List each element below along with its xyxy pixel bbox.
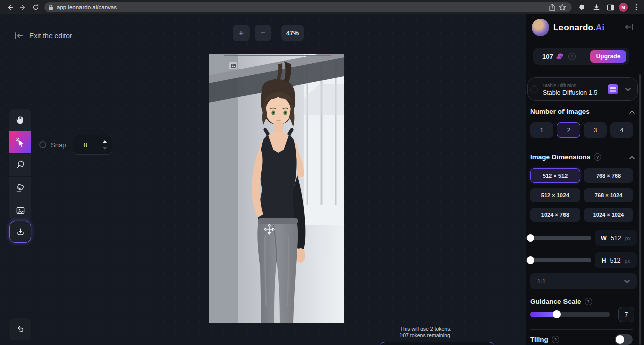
dim-option-1024x768[interactable]: 1024 × 768 <box>530 208 580 222</box>
snap-label: Snap <box>51 141 66 149</box>
selection-image-chip-icon[interactable] <box>229 62 237 69</box>
height-label: H <box>602 257 606 264</box>
browser-back-icon[interactable] <box>3 2 16 13</box>
guidance-scale-slider[interactable] <box>530 312 610 317</box>
browser-actions: M <box>577 0 642 14</box>
download-tool[interactable] <box>9 221 31 243</box>
exit-editor-label: Exit the editor <box>29 32 72 40</box>
model-chevron-down-icon <box>625 88 631 91</box>
guidance-scale-knob[interactable] <box>553 310 561 318</box>
exit-editor-button[interactable]: Exit the editor <box>14 32 72 40</box>
tokens-help-icon[interactable]: ? <box>568 53 576 60</box>
width-slider[interactable] <box>526 236 591 240</box>
selection-box[interactable] <box>224 55 331 162</box>
model-ring-icon <box>530 85 538 93</box>
model-platform-label: Stable Diffusion <box>543 82 597 88</box>
image-dimensions-options: 512 × 512 768 × 768 512 × 1024 768 × 102… <box>530 168 637 222</box>
tiling-label: Tiling <box>530 336 548 343</box>
browser-download-icon[interactable] <box>591 2 602 13</box>
height-slider[interactable] <box>526 258 591 262</box>
share-icon[interactable] <box>547 3 557 12</box>
num-images-option-3[interactable]: 3 <box>584 122 607 138</box>
zoom-in-button[interactable]: + <box>233 25 250 41</box>
width-label: W <box>601 235 607 242</box>
tiling-title: Tiling ? <box>530 336 559 343</box>
num-images-option-4[interactable]: 4 <box>610 122 633 138</box>
exit-arrow-icon <box>14 32 24 40</box>
guidance-scale-title: Guidance Scale ? <box>530 298 592 305</box>
undo-button[interactable] <box>9 318 31 340</box>
tool-palette <box>9 109 31 222</box>
aspect-ratio-value: 1:1 <box>537 278 624 285</box>
browser-menu-dots-icon[interactable] <box>631 2 642 13</box>
snap-stepper <box>102 135 107 154</box>
browser-forward-icon[interactable] <box>16 2 29 13</box>
dim-option-1024x1024[interactable]: 1024 × 1024 <box>584 208 633 222</box>
browser-url-bar[interactable]: app.leonardo.ai/canvas <box>44 2 572 12</box>
select-tool[interactable] <box>9 131 31 153</box>
image-tool[interactable] <box>9 199 31 221</box>
width-value-box: W 512 px <box>595 230 637 246</box>
upgrade-button[interactable]: Upgrade <box>590 50 626 63</box>
token-usage-line1: This will use 2 tokens. <box>360 326 491 332</box>
height-slider-knob[interactable] <box>527 256 534 264</box>
tiling-toggle[interactable] <box>615 334 633 345</box>
snap-increment-icon[interactable] <box>102 140 107 143</box>
sidebar-scrollbar[interactable] <box>639 74 641 345</box>
dim-option-512x1024[interactable]: 512 × 1024 <box>530 188 580 202</box>
model-texts: Stable Diffusion Stable Diffusion 1.5 <box>543 82 597 96</box>
snap-value-input[interactable]: 8 <box>73 135 112 155</box>
number-of-images-title: Number of Images <box>530 108 590 115</box>
aspect-ratio-select[interactable]: 1:1 <box>530 273 637 289</box>
model-thumbnail-icon <box>608 84 618 94</box>
image-dimensions-label: Image Dimensions <box>530 153 590 161</box>
snap-decrement-icon[interactable] <box>102 147 107 150</box>
move-cursor-icon <box>263 223 275 235</box>
snap-toggle[interactable] <box>39 141 46 148</box>
sidebar-divider <box>530 329 633 330</box>
tiling-help-icon[interactable]: ? <box>552 336 559 343</box>
extensions-puzzle-icon[interactable] <box>577 2 588 13</box>
side-panel-icon[interactable] <box>605 2 616 13</box>
lock-icon <box>48 4 53 10</box>
zoom-out-button[interactable]: − <box>255 25 271 41</box>
dim-option-512x512[interactable]: 512 × 512 <box>530 168 580 183</box>
dim-option-768x768[interactable]: 768 × 768 <box>584 168 633 183</box>
brand-title: Leonardo.Ai <box>553 23 604 33</box>
number-of-images-collapse-icon[interactable] <box>629 110 635 114</box>
browser-profile-avatar[interactable]: M <box>619 3 628 12</box>
url-text: app.leonardo.ai/canvas <box>57 4 547 10</box>
num-images-option-2[interactable]: 2 <box>557 122 580 138</box>
browser-chrome: app.leonardo.ai/canvas M <box>0 0 644 14</box>
model-name: Stable Diffusion 1.5 <box>543 89 597 96</box>
width-slider-knob[interactable] <box>527 234 534 242</box>
generation-sidebar: Leonardo.Ai 107 ? Upgrade Stable Diffusi… <box>526 14 644 345</box>
brand-ai-text: Ai <box>596 23 604 32</box>
tiling-toggle-knob <box>616 335 624 344</box>
guidance-scale-label: Guidance Scale <box>530 298 581 305</box>
canvas-workspace[interactable]: Exit the editor + − 47% <box>0 14 526 345</box>
sketch-tool[interactable] <box>9 154 31 176</box>
prompt-bar[interactable] <box>378 342 496 345</box>
coins-icon <box>556 53 564 60</box>
dim-option-768x1024[interactable]: 768 × 1024 <box>584 188 633 202</box>
guidance-scale-help-icon[interactable]: ? <box>585 298 592 305</box>
token-usage-line2: 107 tokens remaining. <box>360 332 491 339</box>
browser-refresh-icon[interactable] <box>29 2 42 13</box>
snap-value: 8 <box>83 141 87 149</box>
token-usage-note: This will use 2 tokens. 107 tokens remai… <box>360 326 491 339</box>
screen: app.leonardo.ai/canvas M <box>0 0 644 345</box>
model-select[interactable]: Stable Diffusion Stable Diffusion 1.5 <box>527 77 638 101</box>
zoom-level-badge[interactable]: 47% <box>281 25 304 41</box>
number-of-images-options: 1 2 3 4 <box>530 122 637 138</box>
num-images-option-1[interactable]: 1 <box>530 122 553 138</box>
height-unit: px <box>624 257 630 264</box>
token-bar: 107 ? Upgrade <box>533 48 629 65</box>
erase-tool[interactable] <box>9 177 31 199</box>
collapse-sidebar-icon[interactable] <box>625 23 634 31</box>
image-dimensions-help-icon[interactable]: ? <box>594 153 601 161</box>
image-dimensions-title: Image Dimensions ? <box>530 153 601 161</box>
pan-hand-tool[interactable] <box>9 109 31 131</box>
image-dimensions-collapse-icon[interactable] <box>629 156 635 159</box>
bookmark-star-icon[interactable] <box>557 3 568 12</box>
